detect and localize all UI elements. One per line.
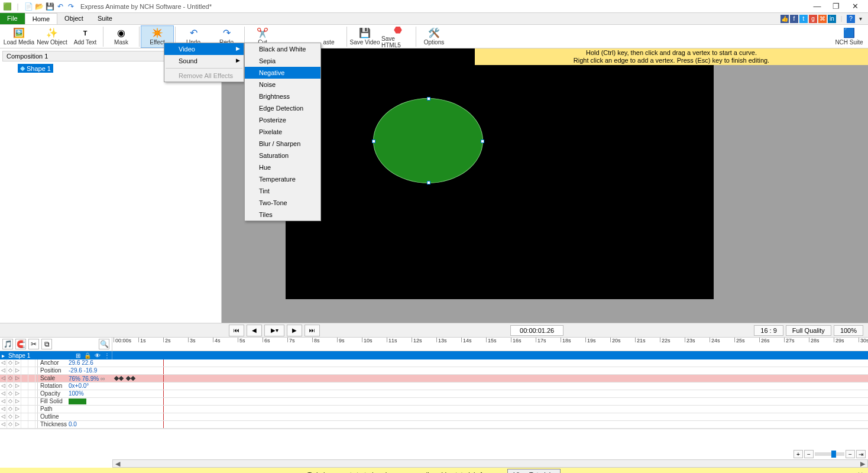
- property-row-opacity[interactable]: ◁◇▷Opacity100%: [0, 390, 868, 398]
- linkedin-icon[interactable]: in: [828, 15, 836, 23]
- scroll-right-icon[interactable]: ▶: [858, 460, 867, 468]
- key-toggle-icon[interactable]: ◇: [7, 367, 14, 374]
- zoom-actual-button[interactable]: −: [846, 450, 855, 458]
- prop-track[interactable]: [112, 359, 868, 367]
- submenu-item-black-and-white[interactable]: Black and White: [245, 43, 320, 55]
- submenu-item-saturation[interactable]: Saturation: [245, 150, 320, 161]
- property-row-path[interactable]: ◁◇▷Path: [0, 406, 868, 413]
- goto-end-button[interactable]: ⏭: [305, 325, 320, 336]
- submenu-item-temperature[interactable]: Temperature: [245, 173, 320, 185]
- collapse-icon[interactable]: ▸: [0, 352, 7, 359]
- submenu-item-tint[interactable]: Tint: [245, 185, 320, 197]
- submenu-item-pixelate[interactable]: Pixelate: [245, 126, 320, 138]
- open-icon[interactable]: 📂: [34, 2, 44, 11]
- menu-home[interactable]: Home: [25, 13, 57, 24]
- track-lock-icon[interactable]: 🔒: [82, 352, 93, 359]
- timecode-field[interactable]: 00:00:01.26: [510, 325, 563, 336]
- next-key-icon[interactable]: ▷: [14, 398, 21, 405]
- goto-start-button[interactable]: ⏮: [229, 325, 244, 336]
- scroll-left-icon[interactable]: ◀: [113, 460, 122, 468]
- fill-swatch[interactable]: [69, 399, 86, 404]
- zoom-button[interactable]: 100%: [834, 325, 863, 336]
- undo-icon[interactable]: ↶: [56, 2, 65, 11]
- shape-ellipse[interactable]: [373, 98, 483, 183]
- zoom-slider[interactable]: [815, 452, 844, 456]
- rss-icon[interactable]: ⌘: [818, 15, 827, 23]
- property-row-outline[interactable]: ◁◇▷Outline: [0, 413, 868, 421]
- submenu-item-hue[interactable]: Hue: [245, 161, 320, 173]
- video-submenu[interactable]: Black and WhiteSepiaNegativeNoiseBrightn…: [244, 43, 321, 221]
- zoom-out-button[interactable]: −: [804, 450, 814, 458]
- track-vis-icon[interactable]: 👁: [93, 352, 102, 359]
- submenu-item-brightness[interactable]: Brightness: [245, 90, 320, 102]
- zoom-add-button[interactable]: +: [793, 450, 803, 458]
- property-row-scale[interactable]: ◁◇▷Scale76% 76.9% ∞: [0, 375, 868, 383]
- key-toggle-icon[interactable]: ◇: [7, 413, 14, 420]
- prop-value[interactable]: 76% 76.9% ∞: [67, 375, 112, 382]
- track-name[interactable]: Shape 1: [7, 352, 32, 359]
- track-more-icon[interactable]: ⋮: [102, 352, 112, 359]
- snap-tool-icon[interactable]: 🧲: [15, 339, 26, 349]
- menu-item-remove-all[interactable]: Remove All Effects: [164, 70, 244, 82]
- maximize-button[interactable]: ❐: [830, 2, 842, 11]
- prop-value[interactable]: 0x+0.0°: [67, 383, 112, 390]
- google-icon[interactable]: g: [809, 15, 817, 23]
- play-button[interactable]: ▶▾: [264, 325, 284, 336]
- prop-track[interactable]: [112, 406, 868, 413]
- load-media-button[interactable]: 🖼️Load Media: [2, 25, 35, 48]
- prop-value[interactable]: [67, 398, 112, 405]
- new-icon[interactable]: 📄: [24, 2, 33, 11]
- key-toggle-icon[interactable]: ◇: [7, 359, 14, 367]
- next-key-icon[interactable]: ▷: [14, 359, 21, 367]
- prev-key-icon[interactable]: ◁: [0, 367, 7, 374]
- prop-value[interactable]: [67, 413, 112, 420]
- bounds-tool-icon[interactable]: ⧉: [41, 339, 52, 349]
- vertex-handle[interactable]: [427, 97, 430, 101]
- help-icon[interactable]: ?: [847, 15, 855, 23]
- key-toggle-icon[interactable]: ◇: [7, 390, 14, 397]
- search-tool-icon[interactable]: 🔍: [99, 339, 109, 349]
- menu-suite[interactable]: Suite: [90, 13, 119, 24]
- prop-value[interactable]: [67, 406, 112, 413]
- next-key-icon[interactable]: ▷: [14, 367, 21, 374]
- menu-object[interactable]: Object: [57, 13, 90, 24]
- add-text-button[interactable]: TAdd Text: [69, 25, 102, 48]
- prev-key-icon[interactable]: ◁: [0, 390, 7, 397]
- redo-icon[interactable]: ↷: [66, 2, 76, 11]
- key-toggle-icon[interactable]: ◇: [7, 421, 14, 428]
- prop-value[interactable]: 29.6 22.6: [67, 359, 112, 367]
- prev-key-icon[interactable]: ◁: [0, 375, 7, 382]
- view-tutorials-button[interactable]: View Tutorials: [507, 469, 561, 473]
- save-html5-button[interactable]: ⬣Save HTML5: [381, 25, 414, 48]
- vertex-handle[interactable]: [372, 140, 375, 143]
- submenu-item-negative[interactable]: Negative: [245, 67, 320, 79]
- property-row-anchor[interactable]: ◁◇▷Anchor29.6 22.6: [0, 359, 868, 367]
- submenu-item-two-tone[interactable]: Two-Tone: [245, 197, 320, 209]
- track-opt-icon[interactable]: ⊞: [74, 352, 82, 359]
- prop-track[interactable]: [112, 383, 868, 390]
- property-row-rotation[interactable]: ◁◇▷Rotation0x+0.0°: [0, 383, 868, 390]
- prop-track[interactable]: [112, 390, 868, 397]
- prev-key-icon[interactable]: ◁: [0, 359, 7, 367]
- save-video-button[interactable]: 💾Save Video: [348, 25, 381, 48]
- options-button[interactable]: 🛠️Options: [417, 25, 451, 48]
- tip-close-icon[interactable]: ✕: [857, 471, 863, 473]
- prev-key-icon[interactable]: ◁: [0, 413, 7, 420]
- prev-key-icon[interactable]: ◁: [0, 421, 7, 428]
- next-key-icon[interactable]: ▷: [14, 383, 21, 390]
- menu-item-sound[interactable]: Sound▶: [164, 55, 244, 67]
- submenu-item-posterize[interactable]: Posterize: [245, 114, 320, 126]
- key-toggle-icon[interactable]: ◇: [7, 383, 14, 390]
- prop-track[interactable]: [112, 375, 868, 382]
- aspect-button[interactable]: 16 : 9: [754, 325, 783, 336]
- next-key-icon[interactable]: ▷: [14, 413, 21, 420]
- submenu-item-edge-detection[interactable]: Edge Detection: [245, 102, 320, 114]
- key-toggle-icon[interactable]: ◇: [7, 398, 14, 405]
- menu-file[interactable]: File: [0, 13, 25, 24]
- vertex-handle[interactable]: [427, 181, 430, 184]
- key-toggle-icon[interactable]: ◇: [7, 406, 14, 413]
- mask-button[interactable]: ◉Mask: [105, 25, 138, 48]
- quality-button[interactable]: Full Quality: [786, 325, 831, 336]
- submenu-item-sepia[interactable]: Sepia: [245, 55, 320, 67]
- prop-track[interactable]: [112, 398, 868, 405]
